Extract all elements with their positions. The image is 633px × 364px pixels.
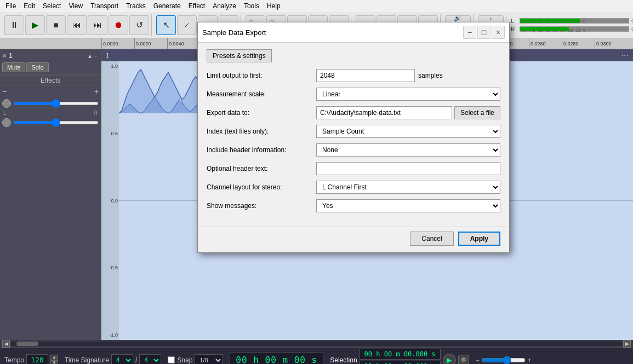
tempo-input[interactable]: 120 bbox=[26, 354, 48, 365]
menu-help[interactable]: Help bbox=[264, 1, 284, 11]
statusbar: Tempo 120 ▲ ▼ Time Signature 432 / 482 S… bbox=[0, 348, 633, 364]
limit-output-control: samples bbox=[316, 69, 500, 82]
cancel-button[interactable]: Cancel bbox=[410, 232, 453, 246]
menu-view[interactable]: View bbox=[65, 1, 86, 11]
solo-button[interactable]: Solo bbox=[26, 62, 48, 72]
selection-times: 00 h 00 m 00.000 s 00 h 00 m 00.009 s bbox=[360, 349, 441, 365]
tempo-label: Tempo bbox=[4, 356, 24, 364]
waveform-track-label: 1 bbox=[106, 52, 109, 59]
envelope-tool[interactable]: ⟋ bbox=[177, 15, 197, 35]
tempo-up-button[interactable]: ▲ bbox=[50, 355, 58, 360]
menu-file[interactable]: File bbox=[2, 1, 19, 11]
pause-button[interactable]: ⏸ bbox=[4, 15, 24, 35]
sig-denominator-select[interactable]: 482 bbox=[139, 354, 161, 365]
snap-select[interactable]: 1/81/41/16 bbox=[195, 354, 223, 365]
menu-tools[interactable]: Tools bbox=[241, 1, 263, 11]
tempo-down-button[interactable]: ▼ bbox=[50, 360, 58, 365]
pan-knob-row bbox=[2, 118, 99, 127]
measurement-scale-row: Measurement scale: Linear dB bbox=[207, 88, 500, 101]
ruler-tick: 0.0260 bbox=[529, 38, 562, 49]
pan-slider[interactable] bbox=[13, 121, 99, 124]
time-signature-group: Time Signature 432 / 482 bbox=[65, 354, 161, 365]
track-close-button[interactable]: × bbox=[2, 51, 7, 60]
waveform-menu-button[interactable]: ··· bbox=[621, 50, 629, 60]
right-label: R bbox=[94, 110, 98, 116]
measurement-scale-select[interactable]: Linear dB bbox=[316, 88, 500, 101]
scroll-right-button[interactable]: ▶ bbox=[623, 340, 631, 348]
add-remove-effects: − + bbox=[0, 86, 101, 97]
scroll-left-button[interactable]: ◀ bbox=[2, 340, 10, 348]
limit-output-label: Limit output to first: bbox=[207, 72, 316, 79]
measurement-scale-control: Linear dB bbox=[316, 88, 500, 101]
header-info-select[interactable]: None Minimal All bbox=[316, 143, 500, 157]
index-control: None Sample Count Time bbox=[316, 125, 500, 138]
scale-neg1.0: -1.0 bbox=[102, 332, 118, 338]
gain-knob[interactable] bbox=[2, 99, 11, 108]
volume-slider[interactable] bbox=[482, 356, 526, 365]
dialog-content: Presets & settings Limit output to first… bbox=[198, 43, 509, 224]
menu-analyze[interactable]: Analyze bbox=[209, 1, 239, 11]
index-select[interactable]: None Sample Count Time bbox=[316, 125, 500, 138]
effects-label[interactable]: Effects bbox=[0, 75, 101, 86]
export-data-label: Export data to: bbox=[207, 109, 316, 117]
menu-edit[interactable]: Edit bbox=[20, 1, 38, 11]
select-file-button[interactable]: Select a file bbox=[454, 106, 500, 119]
skip-end-button[interactable]: ⏭ bbox=[88, 15, 107, 35]
pan-labels: L R bbox=[2, 110, 99, 116]
track-expand-icon[interactable]: ▴ ··· bbox=[88, 52, 99, 60]
scale-neg0.5: -0.5 bbox=[102, 265, 118, 270]
scroll-track[interactable] bbox=[11, 342, 622, 346]
skip-start-button[interactable]: ⏮ bbox=[67, 15, 87, 35]
scroll-thumb[interactable] bbox=[16, 342, 38, 346]
loop-button[interactable]: ↺ bbox=[129, 15, 149, 35]
export-data-row: Export data to: Select a file bbox=[207, 106, 500, 119]
volume-slider-group: − + bbox=[476, 356, 532, 365]
mute-button[interactable]: Mute bbox=[2, 62, 25, 72]
dialog-close-button[interactable]: × bbox=[492, 26, 505, 39]
export-path-input[interactable] bbox=[316, 106, 452, 119]
snap-label: Snap bbox=[177, 356, 192, 364]
measurement-scale-label: Measurement scale: bbox=[207, 90, 316, 98]
waveform-scale: 1.0 0.5 0.0 -0.5 -1.0 bbox=[101, 61, 119, 340]
menu-select[interactable]: Select bbox=[39, 1, 64, 11]
pan-knob[interactable] bbox=[2, 118, 11, 127]
optional-header-input[interactable] bbox=[316, 162, 500, 175]
menu-effect[interactable]: Effect bbox=[185, 1, 208, 11]
selection-play-button[interactable]: ▶ bbox=[443, 354, 456, 365]
apply-button[interactable]: Apply bbox=[458, 232, 500, 246]
record-button[interactable]: ⏺ bbox=[109, 15, 128, 35]
index-label: Index (text files only): bbox=[207, 128, 316, 135]
ruler-tick: 0.0280 bbox=[562, 38, 595, 49]
sig-numerator-select[interactable]: 432 bbox=[111, 354, 133, 365]
remove-effect-button[interactable]: − bbox=[2, 87, 7, 96]
header-info-row: Include header information: None Minimal… bbox=[207, 143, 500, 157]
show-messages-row: Show messages: Yes No bbox=[207, 199, 500, 212]
snap-checkbox[interactable] bbox=[168, 356, 175, 363]
selection-settings-button[interactable]: ⚙ bbox=[458, 355, 469, 365]
sample-data-export-dialog: Sample Data Export − □ × Presets & setti… bbox=[197, 22, 510, 253]
play-button[interactable]: ▶ bbox=[25, 15, 45, 35]
menu-transport[interactable]: Transport bbox=[87, 1, 122, 11]
time-display: 00 h 00 m 00 s bbox=[230, 352, 323, 364]
show-messages-select[interactable]: Yes No bbox=[316, 199, 500, 212]
stop-button[interactable]: ■ bbox=[46, 15, 66, 35]
channel-layout-row: Channel layout for stereo: L Channel Fir… bbox=[207, 181, 500, 194]
gain-slider[interactable] bbox=[13, 102, 99, 105]
tempo-spinner: ▲ ▼ bbox=[50, 355, 58, 365]
dialog-minimize-button[interactable]: − bbox=[463, 26, 476, 39]
limit-output-suffix: samples bbox=[418, 72, 443, 79]
presets-settings-button[interactable]: Presets & settings bbox=[207, 49, 272, 62]
limit-output-input[interactable] bbox=[316, 69, 415, 82]
selection-end-time: 00 h 00 m 00.009 s bbox=[360, 361, 441, 365]
dialog-title: Sample Data Export bbox=[202, 28, 462, 37]
dialog-maximize-button[interactable]: □ bbox=[477, 26, 491, 39]
add-effect-button[interactable]: + bbox=[94, 87, 99, 96]
menu-generate[interactable]: Generate bbox=[150, 1, 184, 11]
selection-tool[interactable]: ↖ bbox=[156, 15, 176, 35]
channel-layout-label: Channel layout for stereo: bbox=[207, 183, 316, 191]
time-signature-label: Time Signature bbox=[65, 356, 109, 364]
optional-header-row: Optional header text: bbox=[207, 162, 500, 175]
menu-tracks[interactable]: Tracks bbox=[123, 1, 149, 11]
channel-layout-select[interactable]: L Channel First R Channel First Interlea… bbox=[316, 181, 500, 194]
dialog-footer: Cancel Apply bbox=[198, 227, 509, 252]
